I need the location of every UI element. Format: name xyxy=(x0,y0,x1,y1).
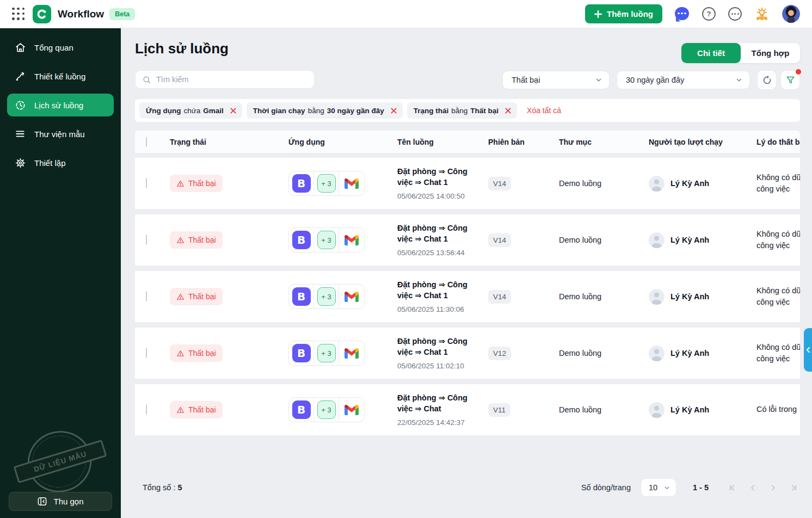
creator-avatar xyxy=(649,289,665,305)
filter-funnel-icon xyxy=(785,75,796,85)
clear-all-filters-link[interactable]: Xóa tất cả xyxy=(527,106,561,115)
help-icon[interactable]: ? xyxy=(702,7,716,21)
gmail-icon xyxy=(345,291,359,302)
sidebar-item-template-library[interactable]: Thư viện mẫu xyxy=(7,122,114,145)
table-row[interactable]: Thất bại B + 3 Đặt phòng ⇒ Công việc ⇒ C… xyxy=(135,214,800,266)
filter-active-dot xyxy=(796,69,801,75)
creator-cell: Lý Kỳ Anh xyxy=(649,289,756,305)
add-flow-button[interactable]: Thêm luồng xyxy=(585,4,662,23)
flow-name[interactable]: Đặt phòng ⇒ Công việc ⇒ Chat 1 xyxy=(397,223,481,244)
collapse-panel-icon xyxy=(37,496,47,507)
page-range: 1 - 5 xyxy=(693,483,709,492)
more-apps-badge: + 3 xyxy=(317,400,336,419)
row-checkbox[interactable] xyxy=(146,404,147,415)
first-page-icon[interactable] xyxy=(726,481,740,495)
creator-avatar xyxy=(649,402,665,418)
version-badge: V14 xyxy=(488,177,511,190)
chip-close-icon[interactable] xyxy=(505,108,511,114)
rows-per-page-select[interactable]: 10 xyxy=(641,478,676,497)
warning-icon xyxy=(176,236,184,244)
fail-reason: Không có dữ công việc xyxy=(756,342,800,365)
version-badge: V14 xyxy=(488,290,511,304)
prev-page-icon[interactable] xyxy=(746,481,760,495)
creator-cell: Lý Kỳ Anh xyxy=(649,346,756,361)
date-range-dropdown[interactable]: 30 ngày gần đây xyxy=(617,71,750,89)
flow-name[interactable]: Đặt phòng ⇒ Công việc ⇒ Chat 1 xyxy=(397,280,481,301)
run-timestamp: 22/05/2025 14:42:37 xyxy=(397,418,488,427)
table-row[interactable]: Thất bại B + 3 Đặt phòng ⇒ Công việc ⇒ C… xyxy=(135,271,800,322)
app-icons-group: B + 3 xyxy=(288,341,365,366)
sidebar-item-overview[interactable]: Tổng quan xyxy=(7,36,114,59)
search-input[interactable] xyxy=(156,75,307,84)
filter-chip-runtime: Thời gian chạy bằng 30 ngày gần đây xyxy=(247,102,403,119)
chip-value: Thất bại xyxy=(470,107,499,115)
chevron-down-icon xyxy=(735,76,743,84)
base-app-icon: B xyxy=(292,400,311,419)
creator-name: Lý Kỳ Anh xyxy=(670,236,709,244)
refresh-button[interactable] xyxy=(757,70,777,90)
filter-button[interactable] xyxy=(780,70,800,90)
fail-reason: Không có dữ công việc xyxy=(756,285,800,308)
flow-name[interactable]: Đặt phòng ⇒ Công việc ⇒ Chat 1 xyxy=(397,166,481,188)
folder-name: Demo luồng xyxy=(559,179,649,188)
row-checkbox[interactable] xyxy=(146,348,147,358)
sidebar-item-flow-design[interactable]: Thiết kế luồng xyxy=(7,65,114,88)
chip-close-icon[interactable] xyxy=(391,108,397,114)
table-row[interactable]: Thất bại B + 3 Đặt phòng ⇒ Công việc ⇒ C… xyxy=(135,158,800,209)
chip-value: Gmail xyxy=(203,107,224,115)
row-checkbox[interactable] xyxy=(146,178,147,188)
filter-chip-bar: Ứng dụng chứa Gmail Thời gian chạy bằng … xyxy=(135,99,800,122)
folder-name: Demo luồng xyxy=(559,405,649,414)
main-content: Lịch sử luồng Chi tiết Tổng hợp Thất bại… xyxy=(121,28,812,518)
sidebar-item-flow-history[interactable]: Lịch sử luồng xyxy=(7,94,114,116)
creator-cell: Lý Kỳ Anh xyxy=(649,176,756,192)
status-filter-dropdown[interactable]: Thất bại xyxy=(502,71,610,89)
more-apps-badge: + 3 xyxy=(317,287,336,306)
flow-name[interactable]: Đặt phòng ⇒ Công việc ⇒ Chat 1 xyxy=(397,336,481,357)
chat-support-icon[interactable] xyxy=(675,7,690,21)
app-title: Workflow xyxy=(58,8,104,20)
gmail-icon xyxy=(345,178,359,189)
last-page-icon[interactable] xyxy=(786,481,800,495)
creator-cell: Lý Kỳ Anh xyxy=(649,402,756,418)
folder-name: Demo luồng xyxy=(559,349,649,357)
workflow-logo-icon[interactable] xyxy=(33,5,51,23)
chevron-left-icon xyxy=(805,347,810,353)
warning-icon xyxy=(176,180,184,188)
creator-name: Lý Kỳ Anh xyxy=(670,179,709,188)
warning-icon xyxy=(176,406,184,414)
gmail-icon xyxy=(345,404,359,415)
status-badge: Thất bại xyxy=(170,344,223,362)
select-all-checkbox[interactable] xyxy=(146,137,147,147)
side-panel-handle[interactable] xyxy=(804,328,812,372)
creator-cell: Lý Kỳ Anh xyxy=(649,232,756,248)
column-version: Phiên bản xyxy=(488,138,559,146)
whats-new-lamp-icon[interactable] xyxy=(754,7,770,22)
version-badge: V14 xyxy=(488,233,511,247)
tab-detail[interactable]: Chi tiết xyxy=(681,43,741,63)
row-checkbox[interactable] xyxy=(146,291,147,301)
collapse-sidebar-button[interactable]: Thu gọn xyxy=(9,492,112,511)
app-launcher-icon[interactable] xyxy=(12,8,25,21)
topbar: Workflow Beta Thêm luồng ? xyxy=(0,0,812,28)
user-avatar[interactable] xyxy=(782,5,800,23)
table-row[interactable]: Thất bại B + 3 Đặt phòng ⇒ Công việc ⇒ C… xyxy=(135,384,800,435)
total-count: Tổng số : 5 xyxy=(143,483,182,492)
date-range-value: 30 ngày gần đây xyxy=(626,76,684,84)
tab-summary[interactable]: Tổng hợp xyxy=(741,43,800,63)
run-timestamp: 05/06/2025 11:02:10 xyxy=(397,362,488,370)
sidebar-item-label: Thiết kế luồng xyxy=(34,72,85,81)
next-page-icon[interactable] xyxy=(766,481,780,495)
sidebar-item-settings[interactable]: Thiết lập xyxy=(7,151,114,174)
flow-name[interactable]: Đặt phòng ⇒ Công việc ⇒ Chat xyxy=(397,393,481,414)
status-badge: Thất bại xyxy=(170,231,223,249)
creator-name: Lý Kỳ Anh xyxy=(670,292,709,301)
table-row[interactable]: Thất bại B + 3 Đặt phòng ⇒ Công việc ⇒ C… xyxy=(135,328,800,379)
row-checkbox[interactable] xyxy=(146,235,147,245)
more-options-icon[interactable] xyxy=(728,7,742,21)
chip-operator: chứa xyxy=(183,107,200,115)
base-app-icon: B xyxy=(292,287,311,306)
history-icon xyxy=(14,99,26,111)
run-timestamp: 05/06/2025 14:00:50 xyxy=(397,192,488,200)
chip-close-icon[interactable] xyxy=(230,108,236,114)
